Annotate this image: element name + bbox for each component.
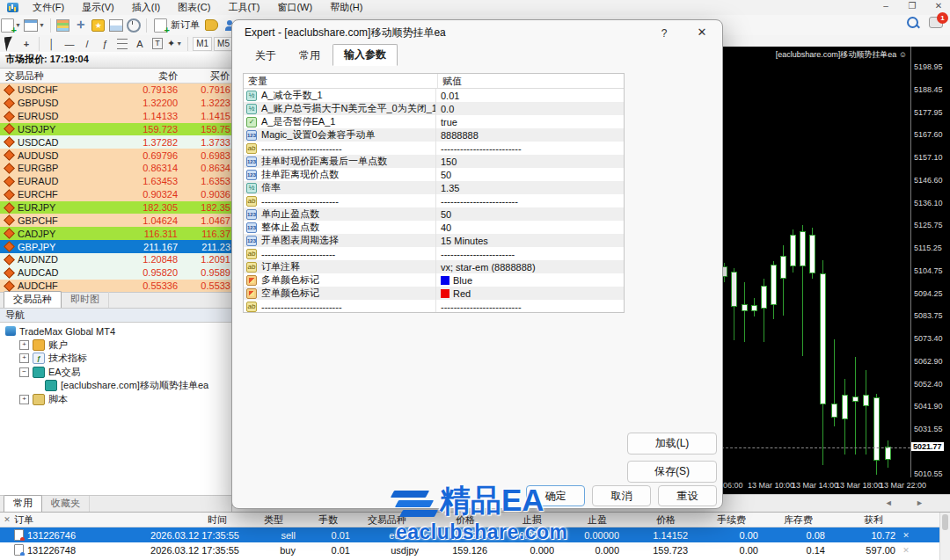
navigator-item-5[interactable]: +脚本 — [0, 393, 231, 407]
menu-item-4[interactable]: 工具(T) — [219, 0, 268, 15]
market-watch-row[interactable]: EURUSD1.141331.1415 — [0, 110, 231, 123]
dialog-close-button[interactable]: ✕ — [694, 25, 710, 39]
terminal-col-1[interactable]: 时间 — [107, 513, 227, 527]
market-watch-row[interactable]: USDCAD1.372821.3733 — [0, 135, 231, 149]
chart-plot[interactable]: [eaclubshare.com]移动顺势挂单ea ☺ — [721, 47, 911, 477]
dialog-tab-1[interactable]: 常用 — [289, 46, 331, 66]
terminal-col-6[interactable]: 止损 — [475, 513, 542, 527]
tree-expander[interactable]: − — [19, 367, 29, 377]
terminal-toggle[interactable] — [108, 18, 124, 33]
tree-expander[interactable]: + — [19, 340, 29, 350]
navigator-item-1[interactable]: +账户 — [0, 338, 231, 353]
market-watch-row[interactable]: EURGBP0.863140.8634 — [0, 162, 231, 175]
reset-button[interactable]: 重设 — [658, 485, 717, 506]
terminal-col-0[interactable]: 订单 — [14, 513, 107, 527]
parameter-row[interactable]: 123挂单距离现价点数50 — [244, 168, 624, 181]
market-watch-row[interactable]: EURCHF0.903240.9036 — [0, 188, 231, 201]
terminal-scrollbar[interactable] — [939, 513, 950, 560]
market-watch-row[interactable]: USDCHF0.791360.7916 — [0, 84, 231, 97]
profiles-button[interactable]: ▼ — [24, 18, 46, 33]
parameter-row[interactable]: ab--------------------------------------… — [244, 247, 624, 260]
terminal-col-5[interactable]: 价格 — [406, 513, 475, 527]
menu-item-6[interactable]: 帮助(H) — [321, 0, 371, 15]
dialog-tab-0[interactable]: 关于 — [245, 46, 287, 66]
market-watch-row[interactable]: EURAUD1.634531.6353 — [0, 175, 231, 188]
market-watch-row[interactable]: CADJPY116.311116.37 — [0, 227, 231, 240]
channel-tool[interactable] — [114, 36, 130, 52]
terminal-col-10[interactable]: 库存费 — [746, 513, 813, 527]
market-watch-row[interactable]: AUDCHF0.553360.5533 — [0, 280, 231, 292]
terminal-col-4[interactable]: 交易品种 — [338, 513, 406, 527]
market-watch-row[interactable]: USDJPY159.723159.75 — [0, 123, 231, 136]
time-axis[interactable]: 06:0013 Mar 10:0013 Mar 14:0013 Mar 18:0… — [721, 477, 950, 494]
trendline-tool[interactable]: / — [79, 36, 95, 52]
text-tool[interactable]: A — [132, 36, 148, 52]
navigator-item-3[interactable]: −EA交易 — [0, 366, 231, 380]
tree-expander[interactable]: + — [19, 353, 29, 363]
market-watch-row[interactable]: AUDUSD0.697960.6983 — [0, 149, 231, 162]
market-watch-header[interactable]: 交易品种 卖价 买价 — [0, 69, 231, 84]
load-button[interactable]: 加载(L) — [627, 433, 717, 455]
notifications-icon[interactable]: 1 — [929, 17, 943, 28]
panel-tab-1[interactable]: 收藏夹 — [42, 496, 90, 512]
close-button[interactable]: ✕ — [932, 1, 945, 11]
terminal-col-2[interactable]: 类型 — [227, 513, 283, 527]
market-watch-row[interactable]: GBPJPY211.167211.23 — [0, 240, 231, 253]
panel-tab-0[interactable]: 常用 — [4, 495, 42, 512]
parameter-row[interactable]: 123挂单时现价距离最后一单点数150 — [244, 155, 624, 168]
vertical-line-tool[interactable]: │ — [44, 36, 60, 52]
search-icon[interactable] — [907, 17, 918, 28]
announcement-icon[interactable] — [204, 18, 220, 33]
market-watch-tab-1[interactable]: 即时图 — [62, 292, 109, 308]
navigator-item-0[interactable]: TradeMax Global MT4 — [0, 324, 231, 338]
menu-item-1[interactable]: 显示(V) — [73, 0, 123, 15]
parameter-row[interactable]: ½A_减仓手数_10.01 — [244, 89, 624, 102]
new-order-button[interactable]: + 新订单 — [150, 18, 203, 33]
horizontal-line-tool[interactable]: — — [62, 36, 77, 52]
parameter-row[interactable]: ✓A_是否暂停EA_1true — [244, 115, 624, 128]
terminal-header[interactable]: ✕订单时间类型手数交易品种价格止损止盈价格手续费库存费获利 — [0, 513, 950, 527]
parameter-row[interactable]: ½A_账户总亏损大于N美元全平_0为关闭_10.0 — [244, 102, 624, 115]
new-chart-button[interactable]: +▼ — [1, 18, 22, 33]
shapes-tool[interactable]: ✦▼ — [167, 36, 183, 52]
order-close-icon[interactable]: ✕ — [895, 546, 917, 555]
parameter-row[interactable]: 空单颜色标记Red — [244, 287, 624, 300]
parameter-row[interactable]: 123开单图表周期选择15 Minutes — [244, 234, 624, 247]
strategy-tester-toggle[interactable] — [126, 18, 142, 33]
terminal-col-8[interactable]: 价格 — [607, 513, 676, 527]
navigator-item-2[interactable]: +ƒ技术指标 — [0, 352, 231, 366]
order-row[interactable]: 1312267462026.03.12 17:35:55sell0.01euru… — [0, 527, 950, 542]
fibonacci-tool[interactable]: ƒ — [97, 36, 113, 52]
minimize-button[interactable]: – — [880, 1, 892, 11]
price-scale[interactable]: 5198.955188.455177.955167.605157.105146.… — [911, 47, 950, 477]
order-row[interactable]: 1312267482026.03.12 17:35:55buy0.01usdjp… — [0, 542, 950, 557]
menu-item-0[interactable]: 文件(F) — [24, 0, 73, 15]
parameter-row[interactable]: ab--------------------------------------… — [244, 300, 624, 313]
parameter-row[interactable]: 多单颜色标记Blue — [244, 273, 624, 287]
crosshair-tool[interactable]: + — [18, 36, 34, 52]
timeframe-m5[interactable]: M5 — [214, 37, 233, 51]
terminal-col-9[interactable]: 手续费 — [676, 513, 746, 527]
save-button[interactable]: 保存(S) — [627, 461, 717, 483]
market-watch-row[interactable]: GBPUSD1.322001.3223 — [0, 97, 231, 110]
menu-item-2[interactable]: 插入(I) — [123, 0, 169, 15]
label-tool[interactable]: T — [150, 36, 165, 52]
market-watch-row[interactable]: EURJPY182.305182.35 — [0, 201, 231, 215]
terminal-col-7[interactable]: 止盈 — [542, 513, 607, 527]
timeframe-m1[interactable]: M1 — [193, 37, 212, 51]
navigator-toggle[interactable]: ★ — [91, 18, 106, 33]
dialog-help-button[interactable]: ? — [657, 27, 671, 40]
ok-button[interactable]: 确定 — [526, 485, 585, 506]
market-watch-row[interactable]: AUDNZD1.208481.2091 — [0, 253, 231, 266]
menu-item-5[interactable]: 窗口(W) — [268, 0, 321, 15]
order-close-icon[interactable]: ✕ — [895, 531, 917, 540]
market-watch-tab-0[interactable]: 交易品种 — [4, 291, 62, 308]
terminal-col-11[interactable]: 获利 — [813, 513, 883, 527]
parameter-row[interactable]: ab--------------------------------------… — [244, 194, 624, 207]
chart-scroll-arrows[interactable]: ◄ ► — [885, 498, 934, 507]
terminal-close-icon[interactable]: ✕ — [0, 515, 14, 524]
parameter-row[interactable]: 123Magic_设置0会兼容手动单8888888 — [244, 128, 624, 142]
dialog-tab-2[interactable]: 输入参数 — [332, 44, 398, 66]
market-watch-row[interactable]: GBPCHF1.046241.0467 — [0, 214, 231, 227]
parameters-table[interactable]: 变量 赋值 ½A_减仓手数_10.01½A_账户总亏损大于N美元全平_0为关闭_… — [243, 73, 625, 313]
